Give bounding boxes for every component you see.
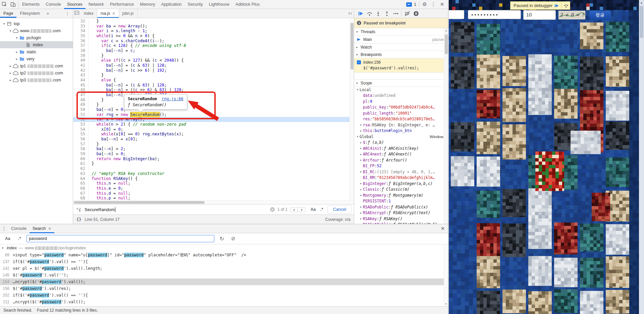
scope-var-rsadopublic[interactable]: ▸RSADoPublic: ƒ RSADoPublic(x) — [354, 204, 448, 210]
page-scroll-thumb[interactable] — [640, 6, 643, 38]
scope-var-data[interactable]: data: undefined — [354, 93, 448, 99]
expand-arrow-icon[interactable]: ▾ — [15, 36, 19, 40]
line-number[interactable]: 35 — [73, 34, 89, 39]
expand-arrow-icon[interactable]: ▸ — [359, 205, 363, 208]
expand-arrow-icon[interactable]: ▸ — [359, 159, 363, 162]
editor-tab-index[interactable]: index — [80, 9, 97, 18]
hide-navigator-icon[interactable] — [73, 9, 80, 16]
line-number[interactable]: 68 — [73, 196, 89, 200]
expand-arrow-icon[interactable]: ▸ — [8, 71, 12, 75]
line-number[interactable]: 65 — [73, 181, 89, 186]
search-result-line-145[interactable]: 145$('#password').val(''); — [0, 272, 448, 278]
tree-item-index[interactable]: index — [0, 41, 73, 48]
devtools-tab-elements[interactable]: Elements — [19, 0, 43, 9]
expand-arrow-icon[interactable]: ▸ — [359, 147, 363, 150]
expand-arrow-icon[interactable]: ▸ — [359, 188, 363, 191]
breakpoint-entry[interactable]: ✓ index:156 $('#password').val(res); — [354, 58, 448, 73]
editor-hscroll-thumb[interactable] — [74, 201, 205, 204]
scope-var-biginteger[interactable]: ▸BigInteger: ƒ BigInteger(a,b,c) — [354, 181, 448, 187]
toast-step-over-icon[interactable] — [564, 3, 569, 8]
line-number[interactable]: 50 — [73, 107, 89, 112]
scope-var-rsasetpublic[interactable]: ▸RSASetPublic: ƒ RSASetPublic(N,E) — [354, 222, 448, 224]
cancel-button[interactable]: Cancel — [327, 205, 352, 213]
devtools-tab-lighthouse[interactable]: Lighthouse — [206, 0, 232, 9]
find-next-icon[interactable]: ∨ — [298, 207, 305, 212]
expand-arrow-icon[interactable]: ▾ — [8, 29, 12, 33]
breakpoints-section-header[interactable]: ▾ Breakpoints — [354, 51, 448, 58]
close-drawer-icon[interactable]: ✕ — [440, 225, 448, 233]
tab-console[interactable]: Console — [8, 224, 30, 233]
line-number[interactable]: 60 — [73, 156, 89, 162]
tab-page[interactable]: Page — [0, 9, 16, 18]
line-number[interactable]: 49 — [73, 102, 89, 107]
editor-vscroll-thumb[interactable] — [351, 23, 354, 70]
line-number[interactable]: 64 — [73, 176, 89, 181]
tab-filesystem[interactable]: Filesystem — [16, 9, 43, 18]
scroll-up-icon[interactable]: ▲ — [444, 28, 448, 32]
settings-gear-icon[interactable]: ⚙ — [421, 0, 429, 8]
tab-search[interactable]: Search ✕ — [30, 224, 54, 233]
line-number[interactable]: 44 — [73, 78, 89, 83]
line-number[interactable]: 39 — [73, 53, 89, 58]
line-number[interactable]: 55 — [73, 132, 89, 137]
search-result-line-137[interactable]: 137if($('#password').val() == ''){ — [0, 258, 448, 265]
line-number[interactable]: 48 — [73, 98, 89, 103]
search-result-line-142[interactable]: 142var pl = $('#password').val().length; — [0, 265, 448, 272]
devtools-tab-memory[interactable]: Memory — [137, 0, 158, 9]
scope-var-persistent[interactable]: PERSISTENT: 1 — [354, 198, 448, 204]
password-input[interactable]: ••••••••• — [468, 10, 521, 19]
navigator-menu-icon[interactable]: ⋮ — [62, 9, 73, 18]
open-file-arrow-icon[interactable] — [346, 10, 354, 17]
debugger-scroll-thumb[interactable] — [445, 34, 448, 54]
close-tab-icon[interactable]: ✕ — [112, 11, 115, 16]
line-number[interactable]: 57 — [73, 142, 89, 147]
line-number[interactable]: 61 — [73, 161, 89, 166]
breakpoint-checkbox[interactable]: ✓ — [357, 60, 361, 64]
devtools-tab-performance[interactable]: Performance — [107, 0, 137, 9]
thread-main-row[interactable]: Main paused — [354, 36, 448, 44]
line-number[interactable]: 40 — [73, 58, 89, 63]
threads-section-header[interactable]: ▾ Threads — [354, 28, 448, 36]
search-result-line-154[interactable]: 154…ncrypt($('#password').val()); — [0, 278, 448, 285]
match-case-toggle[interactable]: Aa — [308, 207, 318, 212]
line-number[interactable]: 36 — [73, 39, 89, 44]
clear-find-icon[interactable]: ✕ — [270, 207, 275, 212]
search-result-line-89[interactable]: 89<input type="password" name="u[passwor… — [0, 252, 448, 258]
watch-section-header[interactable]: ▸ Watch — [354, 44, 448, 51]
scope-var-bi-fp[interactable]: BI_FP: 52 — [354, 163, 448, 169]
line-number[interactable]: 56 — [73, 137, 89, 142]
editor-tab-jsbn-js[interactable]: jsbn.js — [119, 9, 138, 18]
scope-var-arcfour[interactable]: ▸Arcfour: ƒ Arcfour() — [354, 157, 448, 163]
editor-tab-rsa-js[interactable]: rsa.js✕ — [97, 9, 119, 18]
scope-var-rsaencrypt[interactable]: ▸RSAEncrypt: ƒ RSAEncrypt(text) — [354, 210, 448, 216]
scope-var-rsakey[interactable]: ▸RSAKey: ƒ RSAKey() — [354, 216, 448, 222]
scope-var-pl[interactable]: pl: 9 — [354, 99, 448, 105]
username-input-partial[interactable] — [449, 10, 464, 19]
close-devtools-icon[interactable]: ✕ — [438, 0, 446, 8]
expand-arrow-icon[interactable]: ▸ — [359, 223, 363, 224]
scope-var-bi-rc[interactable]: ▸BI_RC: (123) [empty × 48, 0, 1,… — [354, 169, 448, 175]
toast-resume-icon[interactable] — [554, 3, 559, 8]
resume-script-icon[interactable] — [357, 10, 364, 17]
line-number[interactable]: 42 — [73, 68, 89, 73]
pause-on-exceptions-icon[interactable] — [412, 10, 420, 17]
line-number[interactable]: 45 — [73, 83, 89, 88]
scope-var-this[interactable]: ▸this: button#login_btn — [354, 128, 448, 134]
search-result-line-156[interactable]: 156$('#password').val(res); — [0, 285, 448, 292]
expand-arrow-icon[interactable]: ▸ — [359, 194, 363, 197]
devtools-tab-sources[interactable]: Sources — [64, 0, 86, 9]
captcha-image[interactable]: 2 + 8 = ? — [558, 11, 585, 19]
tree-item-very[interactable]: ▸very — [0, 55, 73, 62]
line-number[interactable]: 53 — [73, 122, 89, 127]
search-result-line-202[interactable]: 202if($('#password').val() == ''){ — [0, 292, 448, 299]
tree-item-pc-login[interactable]: ▾pc/login — [0, 34, 73, 41]
step-icon[interactable] — [392, 10, 399, 17]
line-number[interactable]: 58 — [73, 146, 89, 151]
scope-var-public-key[interactable]: public_key: "00bdf3db924714b9c4… — [354, 105, 448, 111]
scope-var-classic[interactable]: ▸Classic: ƒ Classic(m) — [354, 187, 448, 193]
line-number[interactable]: 32 — [73, 19, 89, 24]
code-editor[interactable]: 32 }33 var ba = new Array();34 var i = s… — [73, 18, 354, 224]
expand-arrow-icon[interactable]: ▸ — [359, 182, 363, 185]
scope-var-res[interactable]: res: "bb5856638dcb3ca03280178e5… — [354, 116, 448, 122]
step-out-icon[interactable] — [383, 10, 390, 17]
